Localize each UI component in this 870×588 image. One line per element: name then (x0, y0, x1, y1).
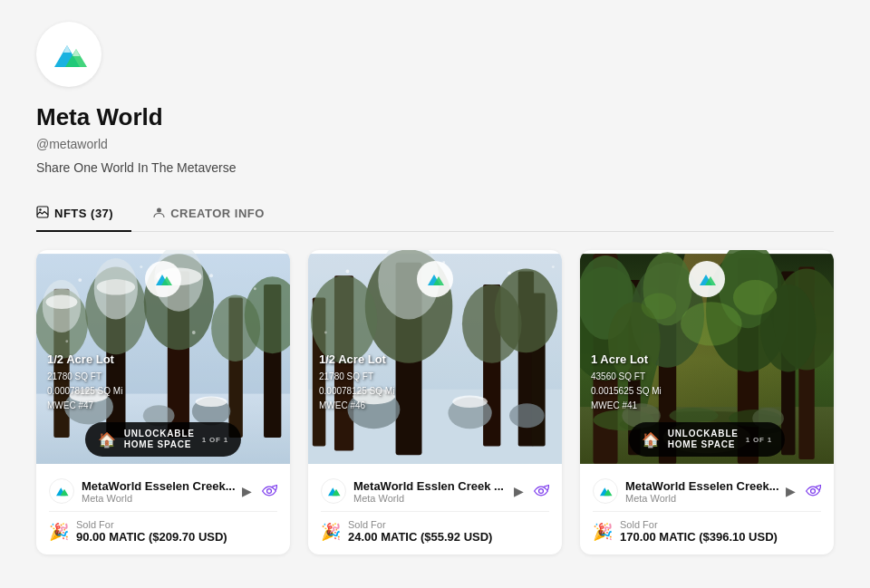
celebration-icon-3: 🎉 (593, 522, 613, 542)
nft-card-top-3: MetaWorld Esselen Creek... Meta World ▶ (593, 478, 821, 504)
nft-card-info-2: MetaWorld Esslen Creek ... Meta World (321, 478, 514, 504)
share-button[interactable] (261, 485, 277, 497)
nft-card-3: 1 Acre Lot 43560 SQ FT 0.0015625 SQ Mi M… (580, 250, 834, 554)
tabs-container: NFTS (37) CREATOR INFO (36, 197, 834, 232)
svg-point-60 (452, 396, 488, 409)
lot-token-2: MWEC #46 (319, 399, 394, 413)
svg-point-23 (46, 295, 78, 309)
svg-point-63 (508, 271, 511, 275)
lot-info-overlay: 1/2 Acre Lot 21780 SQ FT 0.00078125 SQ M… (47, 351, 122, 413)
meta-world-logo-icon (47, 33, 91, 76)
house-icon: 🏠 (98, 431, 117, 448)
nft-card-body-2: MetaWorld Esslen Creek ... Meta World ▶ (308, 468, 562, 554)
send-button-3[interactable]: ▶ (786, 484, 796, 498)
lot-info-overlay-3: 1 Acre Lot 43560 SQ FT 0.0015625 SQ Mi M… (591, 351, 662, 413)
svg-point-5 (39, 208, 41, 210)
lot-sqmi: 0.00078125 SQ Mi (47, 384, 122, 399)
card-creator-3: Meta World (625, 493, 779, 504)
profile-bio: Share One World In The Metaverse (36, 160, 834, 175)
card-logo (49, 478, 74, 504)
tab-creator-info[interactable]: CREATOR INFO (153, 197, 283, 232)
sold-price-2: 24.00 MATIC ($55.92 USD) (348, 530, 492, 544)
celebration-icon-2: 🎉 (321, 522, 341, 542)
svg-point-41 (267, 489, 272, 494)
sold-section-2: 🎉 Sold For 24.00 MATIC ($55.92 USD) (321, 511, 549, 544)
image-icon (36, 206, 49, 221)
profile-handle: @metaworld (36, 137, 834, 151)
sold-price: 90.00 MATIC ($209.70 USD) (76, 530, 227, 544)
profile-header: Meta World @metaworld Share One World In… (36, 22, 834, 175)
svg-point-6 (157, 207, 161, 212)
send-button[interactable]: ▶ (242, 484, 252, 498)
nft-grid: 1/2 Acre Lot 21780 SQ FT 0.00078125 SQ M… (36, 250, 834, 554)
svg-point-36 (192, 331, 196, 334)
badge-label-3: UNLOCKABLEHOME SPACE (668, 429, 739, 450)
sold-label-2: Sold For (348, 519, 492, 530)
profile-logo (36, 22, 102, 87)
lot-sqft: 21780 SQ FT (47, 370, 122, 384)
card-nft-title: MetaWorld Esselen Creek... (82, 479, 236, 493)
svg-point-64 (552, 265, 555, 268)
send-button-2[interactable]: ▶ (514, 484, 524, 498)
card-nft-title-3: MetaWorld Esselen Creek... (625, 479, 779, 493)
sold-label: Sold For (76, 519, 227, 530)
lot-info-overlay-2: 1/2 Acre Lot 21780 SQ FT 0.00078125 SQ M… (319, 351, 394, 413)
lot-sqft-3: 43560 SQ FT (591, 370, 662, 384)
card-actions-3: ▶ (786, 484, 821, 498)
svg-point-35 (65, 340, 68, 342)
card-logo-2 (321, 478, 346, 504)
svg-point-65 (324, 332, 327, 334)
sold-label-3: Sold For (620, 519, 778, 530)
celebration-icon: 🎉 (49, 522, 69, 542)
svg-point-103 (811, 489, 816, 494)
lot-title-3: 1 Acre Lot (591, 351, 662, 370)
lot-sqmi-3: 0.0015625 SQ Mi (591, 384, 662, 399)
svg-point-31 (78, 278, 82, 282)
card-creator-2: Meta World (353, 493, 504, 504)
nft-card-info-3: MetaWorld Esselen Creek... Meta World (593, 478, 786, 504)
person-icon (153, 207, 165, 221)
svg-point-55 (495, 269, 558, 353)
share-button-3[interactable] (805, 485, 821, 497)
creator-logo-overlay (145, 261, 181, 297)
nft-card: 1/2 Acre Lot 21780 SQ FT 0.00078125 SQ M… (36, 250, 290, 554)
tab-creator-label: CREATOR INFO (170, 207, 265, 220)
share-button-2[interactable] (533, 485, 549, 497)
svg-rect-4 (37, 207, 48, 217)
svg-point-58 (509, 403, 545, 428)
page-wrapper: Meta World @metaworld Share One World In… (0, 0, 870, 576)
svg-point-91 (733, 280, 777, 315)
sold-section-3: 🎉 Sold For 170.00 MATIC ($396.10 USD) (593, 511, 821, 544)
card-logo-3 (593, 478, 618, 504)
svg-point-70 (539, 489, 544, 494)
nft-image-container: 1/2 Acre Lot 21780 SQ FT 0.00078125 SQ M… (36, 250, 290, 468)
sold-section: 🎉 Sold For 90.00 MATIC ($209.70 USD) (49, 511, 277, 544)
nft-card-body-3: MetaWorld Esselen Creek... Meta World ▶ (580, 468, 834, 554)
unlockable-badge: 🏠 UNLOCKABLEHOME SPACE 1 OF 1 (85, 422, 241, 457)
svg-point-90 (681, 302, 742, 345)
lot-title-2: 1/2 Acre Lot (319, 351, 394, 370)
svg-point-61 (346, 270, 350, 274)
unlockable-badge-3: 🏠 UNLOCKABLEHOME SPACE 1 OF 1 (629, 422, 785, 457)
svg-point-95 (669, 408, 718, 423)
svg-point-33 (209, 274, 213, 277)
svg-marker-2 (63, 45, 71, 53)
nft-card-top-2: MetaWorld Esslen Creek ... Meta World ▶ (321, 478, 549, 504)
nft-image-container-3: 1 Acre Lot 43560 SQ FT 0.0015625 SQ Mi M… (580, 250, 834, 468)
badge-counter-3: 1 OF 1 (746, 436, 772, 444)
badge-counter: 1 OF 1 (202, 436, 228, 444)
card-actions-2: ▶ (514, 484, 549, 498)
tab-nfts[interactable]: NFTS (37) (36, 197, 131, 232)
svg-point-92 (642, 294, 677, 320)
creator-logo-overlay-3 (689, 261, 725, 297)
svg-point-30 (196, 397, 227, 408)
nft-image-container-2: 1/2 Acre Lot 21780 SQ FT 0.00078125 SQ M… (308, 250, 562, 468)
nft-card: 1/2 Acre Lot 21780 SQ FT 0.00078125 SQ M… (308, 250, 562, 554)
nft-card-body: MetaWorld Esselen Creek... Meta World ▶ (36, 468, 290, 554)
lot-sqft-2: 21780 SQ FT (319, 370, 394, 384)
profile-name: Meta World (36, 103, 834, 131)
svg-point-24 (97, 279, 135, 294)
house-icon-3: 🏠 (642, 431, 661, 448)
lot-token-3: MWEC #41 (591, 399, 662, 413)
lot-token: MWEC #47 (47, 399, 122, 413)
